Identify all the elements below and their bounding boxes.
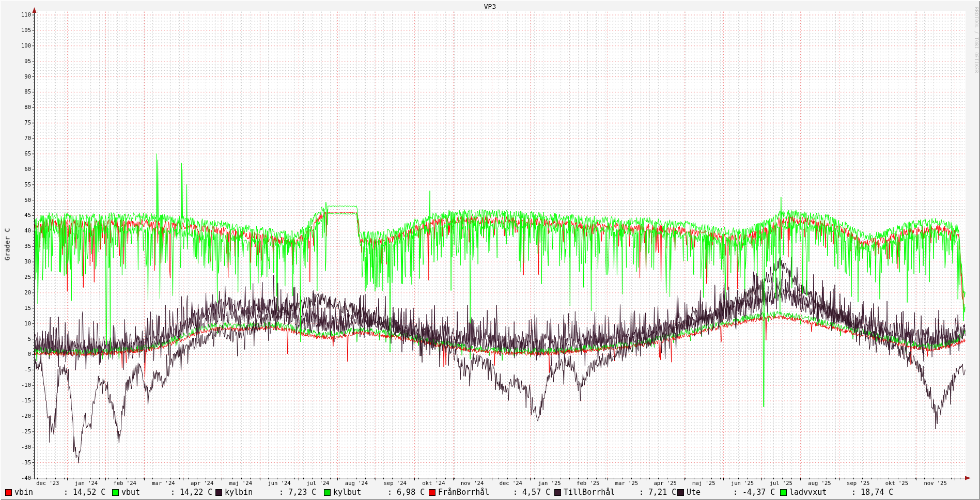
y-tick-label: 90 xyxy=(9,73,31,80)
legend-swatch xyxy=(429,489,435,496)
y-tick-label: 75 xyxy=(9,119,31,126)
legend-series-name: FrånBorrhål xyxy=(438,488,489,497)
x-tick-label: apr '24 xyxy=(181,480,223,487)
legend-series-value: : -4,37 C xyxy=(733,488,775,497)
x-tick-label: feb '25 xyxy=(567,480,609,487)
x-tick-label: aug '25 xyxy=(799,480,841,487)
x-tick-label: okt '25 xyxy=(876,480,917,487)
x-tick-label: maj '24 xyxy=(220,480,261,487)
y-tick-label: 80 xyxy=(9,104,31,111)
y-tick-label: 65 xyxy=(9,150,31,157)
legend-series-value: : 14,52 C xyxy=(64,488,105,497)
x-tick-label: jul '24 xyxy=(297,480,338,487)
legend-swatch xyxy=(215,489,222,496)
legend-series-name: ladvvxut xyxy=(789,488,827,497)
chart-canvas xyxy=(0,0,980,500)
y-tick-label: 20 xyxy=(9,289,31,296)
legend-series-value: : 4,57 C xyxy=(513,488,550,497)
x-tick-label: mar '25 xyxy=(606,480,647,487)
x-tick-label: jan '25 xyxy=(529,480,570,487)
legend-series-name: Ute xyxy=(687,488,701,497)
x-tick-label: mar '24 xyxy=(143,480,184,487)
legend: vbin: 14,52 Cvbut: 14,22 Ckylbin: 7,23 C… xyxy=(0,488,980,497)
legend-series-name: kylbin xyxy=(225,488,253,497)
x-tick-label: nov '24 xyxy=(452,480,493,487)
legend-series-name: vbut xyxy=(121,488,140,497)
x-tick-label: jun '25 xyxy=(722,480,763,487)
y-tick-label: 35 xyxy=(9,243,31,249)
x-tick-label: maj '25 xyxy=(683,480,724,487)
rrdtool-watermark: RRDTOOL / TOBI OETIKER xyxy=(974,7,978,73)
y-tick-label: -5 xyxy=(9,366,31,373)
legend-swatch xyxy=(5,489,12,496)
y-tick-label: 50 xyxy=(9,197,31,204)
y-tick-label: -25 xyxy=(9,428,31,435)
legend-swatch xyxy=(677,489,684,496)
x-tick-label: jun '24 xyxy=(259,480,300,487)
x-tick-label: apr '25 xyxy=(645,480,686,487)
y-tick-label: 5 xyxy=(9,336,31,342)
x-tick-label: sep '25 xyxy=(837,480,879,487)
y-tick-label: 45 xyxy=(9,212,31,218)
legend-series-value: : 6,98 C xyxy=(387,488,425,497)
y-tick-label: -20 xyxy=(9,413,31,419)
x-tick-label: aug '24 xyxy=(336,480,377,487)
x-tick-label: dec '24 xyxy=(490,480,532,487)
x-tick-label: nov '25 xyxy=(915,480,956,487)
y-tick-label: -30 xyxy=(9,444,31,450)
y-tick-label: -35 xyxy=(9,459,31,466)
y-tick-label: 110 xyxy=(9,11,31,18)
y-tick-label: 95 xyxy=(9,58,31,65)
legend-series-name: TillBorrhål xyxy=(564,488,615,497)
legend-swatch xyxy=(554,489,561,496)
y-tick-label: 85 xyxy=(9,88,31,95)
legend-series-value: : 7,23 C xyxy=(279,488,316,497)
y-tick-label: -15 xyxy=(9,397,31,404)
x-tick-label: jul '25 xyxy=(760,480,802,487)
y-tick-label: 60 xyxy=(9,166,31,173)
x-tick-label: sep '24 xyxy=(375,480,416,487)
y-tick-label: 105 xyxy=(9,27,31,34)
y-tick-label: 40 xyxy=(9,227,31,234)
legend-series-value: : 7,21 C xyxy=(639,488,676,497)
y-tick-label: 100 xyxy=(9,42,31,49)
y-tick-label: 55 xyxy=(9,181,31,188)
legend-series-value: : 18,74 C xyxy=(851,488,893,497)
x-tick-label: dec '23 xyxy=(27,480,68,487)
legend-swatch xyxy=(324,489,331,496)
y-tick-label: 10 xyxy=(9,320,31,327)
y-tick-label: 15 xyxy=(9,305,31,311)
y-tick-label: 30 xyxy=(9,258,31,265)
x-tick-label: feb '24 xyxy=(104,480,146,487)
rrd-graph: VP3 Grader C RRDTOOL / TOBI OETIKER 1101… xyxy=(0,0,980,500)
y-tick-label: 25 xyxy=(9,274,31,280)
legend-series-value: : 14,22 C xyxy=(170,488,212,497)
y-tick-label: 70 xyxy=(9,135,31,142)
legend-series-name: kylbut xyxy=(333,488,361,497)
y-tick-label: -10 xyxy=(9,382,31,388)
x-tick-label: okt '24 xyxy=(413,480,454,487)
graph-title: VP3 xyxy=(0,3,980,10)
x-tick-label: jan '24 xyxy=(66,480,107,487)
legend-swatch xyxy=(112,489,119,496)
legend-swatch xyxy=(780,489,787,496)
y-tick-label: 0 xyxy=(9,351,31,357)
legend-series-name: vbin xyxy=(14,488,33,497)
